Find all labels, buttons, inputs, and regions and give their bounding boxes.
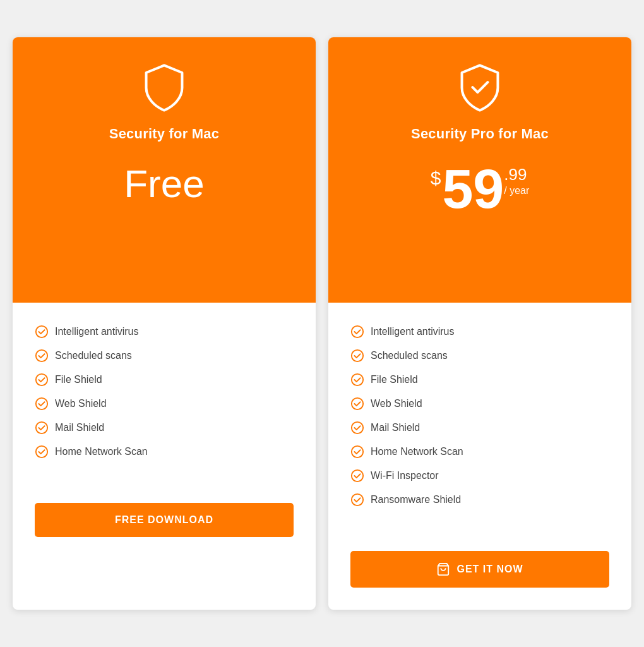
svg-point-10: [352, 422, 363, 433]
check-circle-icon: [35, 373, 49, 387]
free-plan-footer: FREE DOWNLOAD: [13, 503, 316, 559]
list-item: File Shield: [35, 373, 294, 387]
pricing-cards: Security for Mac Free Intelligent antivi…: [13, 37, 631, 610]
pro-price-cents: .99: [504, 166, 527, 183]
get-it-now-button[interactable]: GET IT NOW: [350, 551, 609, 588]
shield-outline-icon: [139, 63, 189, 113]
list-item: Wi-Fi Inspector: [350, 469, 609, 483]
pro-price-main: 59: [442, 161, 504, 217]
check-circle-icon: [350, 349, 364, 363]
svg-point-11: [352, 446, 363, 457]
pro-features-list: Intelligent antivirus Scheduled scans Fi…: [350, 325, 609, 507]
svg-point-13: [352, 494, 363, 505]
free-download-button[interactable]: FREE DOWNLOAD: [35, 503, 294, 537]
check-circle-icon: [350, 373, 364, 387]
list-item: Web Shield: [35, 397, 294, 411]
pro-plan-title: Security Pro for Mac: [411, 126, 549, 142]
list-item: Intelligent antivirus: [35, 325, 294, 339]
free-plan-body: Intelligent antivirus Scheduled scans Fi…: [13, 303, 316, 503]
free-plan-title: Security for Mac: [109, 126, 219, 142]
pro-price-right: .99 / year: [504, 161, 529, 197]
list-item: Home Network Scan: [350, 445, 609, 459]
list-item: Intelligent antivirus: [350, 325, 609, 339]
pro-price-period: / year: [504, 185, 529, 197]
pro-plan-header: Security Pro for Mac $ 59 .99 / year: [328, 37, 631, 303]
cart-icon: [436, 562, 450, 576]
free-plan-header: Security for Mac Free: [13, 37, 316, 303]
shield-check-icon: [455, 63, 505, 113]
list-item: Web Shield: [350, 397, 609, 411]
pro-plan-footer: GET IT NOW: [328, 551, 631, 610]
svg-point-4: [36, 422, 47, 433]
check-circle-icon: [350, 421, 364, 435]
check-circle-icon: [350, 493, 364, 507]
free-features-list: Intelligent antivirus Scheduled scans Fi…: [35, 325, 294, 459]
svg-point-6: [352, 326, 363, 337]
svg-point-12: [352, 470, 363, 481]
list-item: Scheduled scans: [350, 349, 609, 363]
check-circle-icon: [35, 445, 49, 459]
pro-plan-body: Intelligent antivirus Scheduled scans Fi…: [328, 303, 631, 551]
list-item: Mail Shield: [350, 421, 609, 435]
check-circle-icon: [350, 445, 364, 459]
check-circle-icon: [350, 469, 364, 483]
free-plan-card: Security for Mac Free Intelligent antivi…: [13, 37, 316, 610]
pro-price-dollar: $: [431, 167, 441, 189]
check-circle-icon: [35, 349, 49, 363]
svg-point-0: [36, 326, 47, 337]
list-item: Mail Shield: [35, 421, 294, 435]
list-item: Home Network Scan: [35, 445, 294, 459]
svg-point-3: [36, 398, 47, 409]
pro-plan-card: Security Pro for Mac $ 59 .99 / year Int…: [328, 37, 631, 610]
check-circle-icon: [35, 397, 49, 411]
svg-point-9: [352, 398, 363, 409]
svg-point-7: [352, 350, 363, 361]
list-item: File Shield: [350, 373, 609, 387]
pro-plan-price-container: $ 59 .99 / year: [431, 161, 530, 217]
svg-point-5: [36, 446, 47, 457]
svg-point-1: [36, 350, 47, 361]
svg-point-8: [352, 374, 363, 385]
check-circle-icon: [350, 397, 364, 411]
list-item: Scheduled scans: [35, 349, 294, 363]
check-circle-icon: [35, 421, 49, 435]
free-plan-price: Free: [124, 161, 204, 206]
check-circle-icon: [350, 325, 364, 339]
check-circle-icon: [35, 325, 49, 339]
svg-point-2: [36, 374, 47, 385]
list-item: Ransomware Shield: [350, 493, 609, 507]
